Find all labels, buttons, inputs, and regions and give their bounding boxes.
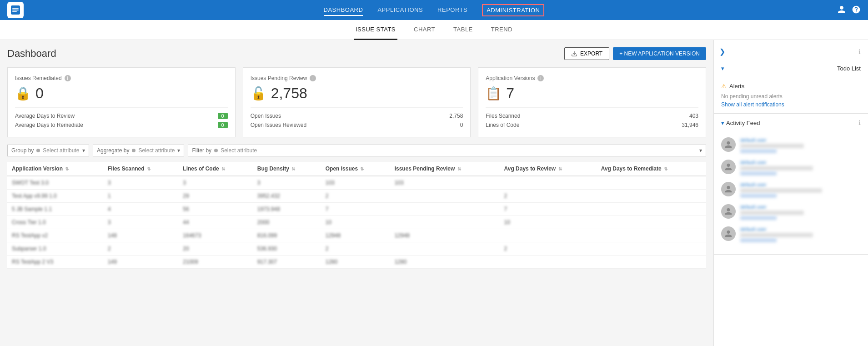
cell-r1-c7 [597, 190, 706, 203]
cell-r4-c3: 816.099 [253, 229, 321, 242]
cell-r5-c2: 20 [178, 242, 252, 256]
aggregate-by-dot [132, 149, 135, 152]
table-row: Test App v9.99 1.01293952.43222 [7, 190, 706, 203]
col-bug-density[interactable]: Bug Density ⇅ [253, 162, 321, 176]
logo[interactable] [7, 2, 24, 18]
cell-r3-c1: 3 [103, 216, 178, 229]
cell-r2-c0[interactable]: 5 JB Sample 1.1 [7, 203, 103, 216]
stat-card-versions-rows: Files Scanned 403 Lines of Code 31,946 [486, 107, 698, 130]
cell-r1-c0[interactable]: Test App v9.99 1.0 [7, 190, 103, 203]
alert-title: ⚠ Alerts [721, 83, 861, 90]
activity-info-icon[interactable]: ℹ [858, 119, 861, 126]
group-by-select[interactable]: Group by Select attribute ▾ [7, 145, 89, 156]
stat-card-remediated-title: Issues Remediated i [15, 75, 228, 81]
filter-by-dot [214, 149, 218, 152]
cell-r6-c0[interactable]: RS TestApp 2 V3 [7, 256, 103, 269]
col-lines-of-code[interactable]: Lines of Code ⇅ [178, 162, 252, 176]
aggregate-by-chevron: ▾ [177, 147, 180, 154]
col-avg-days-review[interactable]: Avg Days to Review ⇅ [500, 162, 597, 176]
activity-text: default user [740, 182, 822, 198]
cell-r5-c3: 536.930 [253, 242, 321, 256]
sidebar-todo-info-icon[interactable]: ℹ [858, 48, 861, 55]
avatar [721, 204, 736, 219]
cell-r4-c0[interactable]: RS TestApp v2 [7, 229, 103, 242]
cell-r1-c1: 1 [103, 190, 178, 203]
header-right [837, 5, 861, 15]
activity-item: default user [721, 182, 861, 198]
cell-r0-c4: 103 [321, 176, 390, 190]
filter-by-select[interactable]: Filter by Select attribute ▾ [188, 145, 706, 156]
stat-row-files-scanned: Files Scanned 403 [486, 111, 698, 120]
cell-r0-c6 [500, 176, 597, 190]
cell-r4-c4: 12948 [321, 229, 390, 242]
activity-feed-content: default user default user default user d… [714, 132, 868, 254]
page-container: Dashboard EXPORT + NEW APPLICATION VERSI… [0, 40, 868, 346]
col-issues-pending[interactable]: Issues Pending Review ⇅ [390, 162, 500, 176]
cell-r4-c6 [500, 229, 597, 242]
stat-row-lines-of-code: Lines of Code 31,946 [486, 120, 698, 130]
tab-table[interactable]: TABLE [452, 20, 475, 40]
stat-card-pending-value: 🔓 2,758 [251, 85, 463, 102]
alerts-content: ⚠ Alerts No pending unread alerts Show a… [714, 77, 868, 113]
tab-trend[interactable]: TREND [489, 20, 514, 40]
col-avg-days-remediate[interactable]: Avg Days to Remediate ⇅ [597, 162, 706, 176]
col-app-version[interactable]: Application Version ⇅ [7, 162, 103, 176]
cell-r6-c5: 1280 [390, 256, 500, 269]
table-row: SWOT Test 3.0333103103 [7, 176, 706, 190]
sidebar-expand-arrow[interactable]: ❯ [716, 44, 729, 60]
cell-r5-c1: 2 [103, 242, 178, 256]
cell-r2-c3: 1973.948 [253, 203, 321, 216]
aggregate-by-select[interactable]: Aggregate by Select attribute ▾ [93, 145, 184, 156]
cell-r0-c7 [597, 176, 706, 190]
help-icon[interactable] [852, 5, 861, 15]
cell-r3-c2: 44 [178, 216, 252, 229]
cell-r5-c0[interactable]: Subparser 1.0 [7, 242, 103, 256]
avatar [721, 226, 736, 241]
cell-r4-c1: 148 [103, 229, 178, 242]
stat-card-versions-title: Application Versions i [486, 75, 698, 81]
cell-r5-c4: 2 [321, 242, 390, 256]
stat-card-versions: Application Versions i 📋 7 Files Scanned… [478, 67, 706, 137]
cell-r2-c4: 7 [321, 203, 390, 216]
cell-r0-c3: 3 [253, 176, 321, 190]
sidebar-activity-header[interactable]: ▾ Activity Feed ℹ [714, 114, 868, 132]
stat-card-remediated-value: 🔒 0 [15, 85, 228, 102]
export-button[interactable]: EXPORT [564, 47, 609, 60]
sort-icon-open-issues: ⇅ [360, 166, 364, 171]
cell-r2-c7 [597, 203, 706, 216]
sidebar-todo-header[interactable]: ▾ Todo List [714, 60, 868, 77]
cell-r5-c6: 2 [500, 242, 597, 256]
badge-avg-review: 0 [218, 113, 228, 119]
chevron-activity: ▾ [721, 120, 724, 126]
cell-r2-c1: 4 [103, 203, 178, 216]
info-icon-versions[interactable]: i [537, 75, 544, 81]
cell-r3-c6: 10 [500, 216, 597, 229]
col-open-issues[interactable]: Open Issues ⇅ [321, 162, 390, 176]
cell-r6-c7 [597, 256, 706, 269]
col-files-scanned[interactable]: Files Scanned ⇅ [103, 162, 178, 176]
new-application-version-button[interactable]: + NEW APPLICATION VERSION [613, 47, 706, 60]
tab-chart[interactable]: CHART [412, 20, 437, 40]
tab-issue-stats[interactable]: ISSUE STATS [354, 20, 397, 40]
table-row: RS TestApp 2 V314921009917.30712801280 [7, 256, 706, 269]
sidebar-activity-section: ▾ Activity Feed ℹ default user default u… [714, 114, 868, 255]
info-icon-remediated[interactable]: i [65, 75, 71, 81]
main-content: Dashboard EXPORT + NEW APPLICATION VERSI… [0, 40, 713, 346]
cell-r0-c0[interactable]: SWOT Test 3.0 [7, 176, 103, 190]
nav-reports[interactable]: REPORTS [437, 5, 467, 16]
cell-r1-c6: 2 [500, 190, 597, 203]
user-icon[interactable] [837, 5, 846, 15]
nav-applications[interactable]: APPLICATIONS [377, 5, 423, 16]
sort-icon-app-version: ⇅ [65, 166, 69, 171]
info-icon-pending[interactable]: i [310, 75, 316, 81]
filter-bar: Group by Select attribute ▾ Aggregate by… [7, 145, 706, 156]
show-all-alerts-link[interactable]: Show all alert notifications [721, 101, 861, 108]
cell-r3-c0[interactable]: Cross Tier 1.0 [7, 216, 103, 229]
stat-card-versions-value: 📋 7 [486, 85, 698, 102]
cell-r5-c7 [597, 242, 706, 256]
stat-row-open-reviewed: Open Issues Reviewed 0 [251, 120, 463, 130]
group-by-chevron: ▾ [82, 147, 85, 154]
nav-administration[interactable]: ADMINISTRATION [482, 4, 544, 16]
group-by-dot [36, 149, 40, 152]
nav-dashboard[interactable]: DASHBOARD [324, 5, 363, 16]
